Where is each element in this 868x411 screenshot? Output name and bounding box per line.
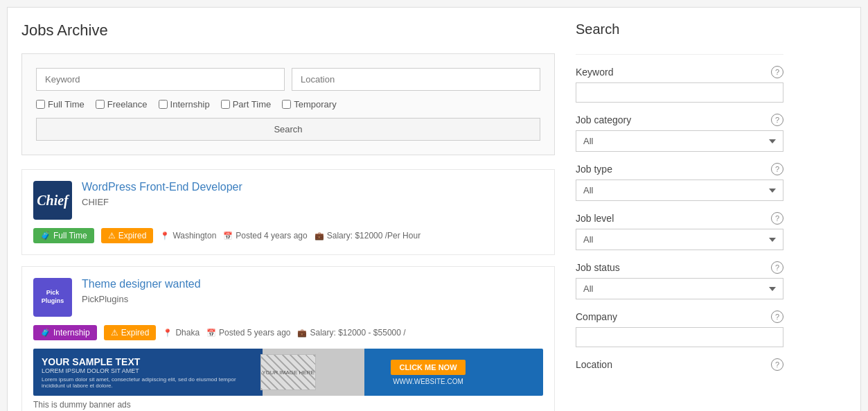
sidebar-field-header-category: Job category ?	[576, 114, 783, 126]
sidebar-type-select[interactable]: All	[576, 180, 783, 201]
banner-img-placeholder: YOUR IMAGE HERE	[260, 354, 316, 390]
location-icon-2: 📍	[163, 329, 172, 338]
banner-small-text: Lorem ipsum dolor sit amet, consectetur …	[42, 376, 255, 389]
page-wrapper: Jobs Archive Full Time Freelance Interns…	[7, 7, 861, 411]
banner-image[interactable]: YOUR SAMPLE TEXT LOREM IPSUM DOLOR SIT A…	[33, 349, 543, 396]
banner-text-area: YOUR SAMPLE TEXT LOREM IPSUM DOLOR SIT A…	[42, 356, 255, 389]
salary-meta-1: 💼 Salary: $12000 /Per Hour	[315, 231, 420, 241]
checkbox-temporary[interactable]: Temporary	[282, 99, 336, 110]
sidebar-field-status: Job status ? All	[576, 261, 783, 299]
job-header-1: Chief WordPress Front-End Developer CHIE…	[33, 181, 543, 220]
banner-sub-text: LOREM IPSUM DOLOR SIT AMET	[42, 367, 255, 374]
help-icon-level[interactable]: ?	[771, 212, 783, 225]
sidebar-field-header-keyword: Keyword ?	[576, 66, 783, 78]
sidebar-label-status: Job status	[576, 262, 620, 273]
sidebar-level-select[interactable]: All	[576, 229, 783, 250]
sidebar-label-location: Location	[576, 359, 612, 370]
company-name-1: CHIEF	[82, 197, 109, 207]
sidebar-label-company: Company	[576, 311, 617, 322]
sidebar-field-location: Location ?	[576, 358, 783, 371]
location-icon-1: 📍	[160, 231, 170, 241]
sidebar: Search Keyword ? Job category ? All Job …	[576, 21, 783, 411]
checkbox-internship[interactable]: Internship	[159, 99, 210, 110]
sidebar-label-category: Job category	[576, 114, 631, 125]
location-input[interactable]	[292, 68, 540, 91]
job-header-2: PickPlugins Theme designer wanted PickPl…	[33, 278, 543, 317]
job-card-2: PickPlugins Theme designer wanted PickPl…	[21, 266, 555, 411]
sidebar-field-header-type: Job type ?	[576, 163, 783, 175]
search-row	[36, 68, 540, 91]
job-title-area-1: WordPress Front-End Developer CHIEF	[82, 181, 242, 207]
calendar-icon-2: 📅	[206, 329, 216, 338]
keyword-input[interactable]	[36, 68, 285, 91]
expired-icon: ⚠	[108, 231, 116, 241]
job-title-2[interactable]: Theme designer wanted	[82, 278, 201, 290]
job-card-1: Chief WordPress Front-End Developer CHIE…	[21, 169, 555, 255]
sidebar-field-company: Company ?	[576, 311, 783, 347]
salary-icon-2: 💼	[297, 329, 307, 338]
help-icon-type[interactable]: ?	[771, 163, 783, 175]
checkbox-parttime[interactable]: Part Time	[221, 99, 272, 110]
help-icon-category[interactable]: ?	[771, 114, 783, 126]
search-box: Full Time Freelance Internship Part Time…	[21, 53, 555, 155]
sidebar-field-header-level: Job level ?	[576, 212, 783, 225]
salary-meta-2: 💼 Salary: $12000 - $55000 /	[297, 328, 405, 338]
salary-icon-1: 💼	[315, 231, 324, 241]
sidebar-status-select[interactable]: All	[576, 278, 783, 299]
posted-meta-2: 📅 Posted 5 years ago	[206, 328, 290, 338]
calendar-icon-1: 📅	[223, 231, 233, 241]
main-content: Jobs Archive Full Time Freelance Interns…	[21, 21, 555, 411]
help-icon-status[interactable]: ?	[771, 261, 783, 274]
help-icon-location[interactable]: ?	[771, 358, 783, 371]
job-meta-2: 🧳 Internship ⚠ Expired 📍 Dhaka 📅 Posted …	[33, 325, 543, 340]
sidebar-field-type: Job type ? All	[576, 163, 783, 201]
sidebar-field-header-status: Job status ?	[576, 261, 783, 274]
badge-fulltime-1: 🧳 Full Time	[33, 228, 94, 243]
sidebar-category-select[interactable]: All	[576, 130, 783, 152]
company-logo-chief: Chief	[33, 181, 72, 220]
banner-cta-url: WWW.WEBSITE.COM	[393, 378, 463, 385]
briefcase-icon-2: 🧳	[40, 328, 51, 338]
company-logo-pickplugins: PickPlugins	[33, 278, 72, 317]
sidebar-field-header-location: Location ?	[576, 358, 783, 371]
search-button[interactable]: Search	[36, 118, 540, 141]
sidebar-label-level: Job level	[576, 213, 614, 224]
banner-caption: This is dummy banner ads	[33, 400, 543, 410]
sidebar-field-keyword: Keyword ?	[576, 66, 783, 103]
posted-meta-1: 📅 Posted 4 years ago	[223, 231, 307, 241]
job-title-1[interactable]: WordPress Front-End Developer	[82, 181, 242, 193]
help-icon-company[interactable]: ?	[771, 311, 783, 323]
sidebar-company-input[interactable]	[576, 327, 783, 347]
page-title: Jobs Archive	[21, 21, 555, 40]
sidebar-label-keyword: Keyword	[576, 67, 613, 78]
sidebar-divider	[576, 54, 783, 55]
expired-icon-2: ⚠	[111, 328, 118, 338]
company-name-2: PickPlugins	[82, 294, 128, 304]
checkbox-fulltime[interactable]: Full Time	[36, 99, 85, 110]
location-meta-2: 📍 Dhaka	[163, 328, 200, 338]
badge-expired-1: ⚠ Expired	[101, 228, 154, 243]
job-title-area-2: Theme designer wanted PickPlugins	[82, 278, 201, 304]
badge-internship-2: 🧳 Internship	[33, 325, 97, 340]
location-meta-1: 📍 Washington	[160, 231, 216, 241]
sidebar-title: Search	[576, 21, 783, 43]
checkbox-row: Full Time Freelance Internship Part Time…	[36, 99, 540, 110]
checkbox-freelance[interactable]: Freelance	[96, 99, 148, 110]
banner-cta-button[interactable]: CLICK ME NOW	[391, 360, 465, 375]
sidebar-field-level: Job level ? All	[576, 212, 783, 250]
sidebar-field-category: Job category ? All	[576, 114, 783, 152]
banner-container: YOUR SAMPLE TEXT LOREM IPSUM DOLOR SIT A…	[33, 349, 543, 410]
job-meta-1: 🧳 Full Time ⚠ Expired 📍 Washington 📅 Pos…	[33, 228, 543, 243]
sidebar-label-type: Job type	[576, 164, 612, 175]
sidebar-field-header-company: Company ?	[576, 311, 783, 323]
briefcase-icon: 🧳	[40, 231, 51, 241]
banner-main-text: YOUR SAMPLE TEXT	[42, 356, 255, 367]
help-icon-keyword[interactable]: ?	[771, 66, 783, 78]
banner-img-label: YOUR IMAGE HERE	[262, 369, 315, 376]
banner-cta-area: CLICK ME NOW WWW.WEBSITE.COM	[321, 360, 535, 385]
badge-expired-2: ⚠ Expired	[104, 325, 157, 340]
sidebar-keyword-input[interactable]	[576, 82, 783, 103]
